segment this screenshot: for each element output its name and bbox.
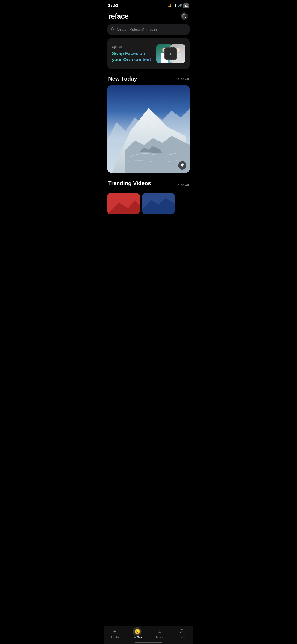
status-time: 18:52: [108, 3, 118, 8]
status-bar: 18:52 🌙 🔗 42: [104, 0, 194, 10]
trending-cards-row: [104, 193, 194, 214]
upload-banner[interactable]: Upload Swap Faces on your Own content +: [107, 38, 190, 69]
trending-section: Trending Videos See All: [104, 174, 194, 214]
svg-rect-0: [173, 5, 173, 7]
trending-card-2[interactable]: [142, 193, 174, 214]
upload-title: Swap Faces on your Own content: [112, 50, 156, 62]
trending-title-wrap: Trending Videos: [108, 180, 151, 190]
trending-title: Trending Videos: [108, 180, 151, 186]
mute-button[interactable]: [178, 161, 186, 170]
link-icon: 🔗: [178, 4, 182, 7]
signal-icon: [173, 4, 177, 8]
svg-rect-1: [174, 4, 174, 7]
upload-text: Upload Swap Faces on your Own content: [112, 45, 156, 62]
mute-icon: [180, 163, 184, 168]
battery-level: 42: [183, 4, 189, 8]
trending-see-all[interactable]: See All: [178, 183, 189, 187]
trending-card-1[interactable]: [107, 193, 140, 214]
upload-images-area: +: [156, 43, 185, 64]
search-icon: [111, 27, 115, 32]
hexagon-settings-icon: [180, 12, 188, 20]
settings-button[interactable]: [180, 12, 189, 21]
new-today-video-card[interactable]: [107, 85, 190, 173]
video-thumbnail: [107, 85, 190, 173]
new-today-header: New Today See All: [104, 74, 194, 85]
upload-add-button[interactable]: +: [164, 48, 177, 60]
svg-rect-2: [174, 4, 175, 7]
svg-rect-3: [176, 4, 176, 7]
new-today-video-wrap: [104, 85, 194, 173]
mountain-svg: [107, 85, 190, 173]
trending-underline: [113, 186, 145, 187]
app-header: reface: [104, 10, 194, 24]
upload-label: Upload: [112, 45, 156, 48]
new-today-see-all[interactable]: See All: [178, 77, 189, 81]
app-title: reface: [108, 12, 128, 20]
moon-icon: 🌙: [168, 4, 171, 7]
trending-header: Trending Videos See All: [104, 178, 194, 193]
status-icons: 🌙 🔗 42: [168, 4, 189, 8]
new-today-title: New Today: [108, 76, 137, 82]
search-placeholder: Search Videos & Images: [117, 28, 158, 32]
search-bar[interactable]: Search Videos & Images: [107, 24, 190, 34]
